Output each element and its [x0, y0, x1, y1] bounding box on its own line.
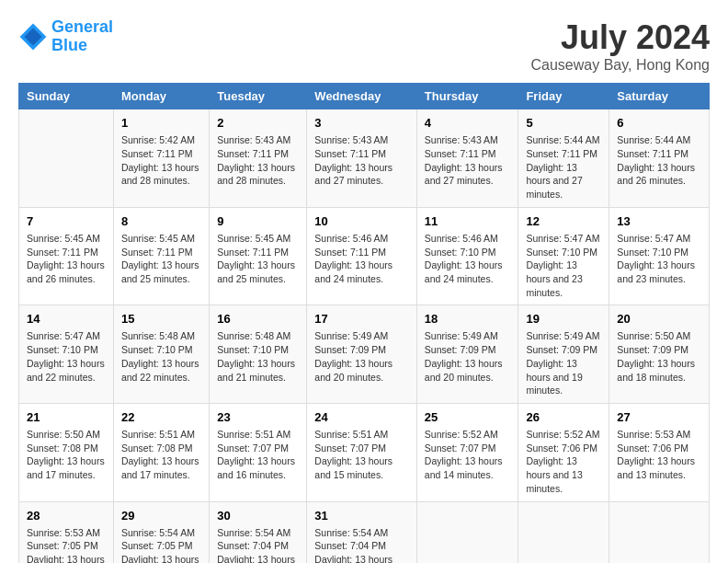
day-info: Sunrise: 5:51 AMSunset: 7:08 PMDaylight:… [121, 428, 201, 482]
day-number: 1 [121, 115, 201, 132]
calendar-cell: 22Sunrise: 5:51 AMSunset: 7:08 PMDayligh… [113, 403, 209, 501]
day-number: 17 [314, 311, 409, 327]
subtitle: Causeway Bay, Hong Kong [531, 57, 710, 74]
calendar-cell: 18Sunrise: 5:49 AMSunset: 7:09 PMDayligh… [416, 305, 518, 404]
logo-line1: General [51, 17, 113, 36]
calendar-cell: 19Sunrise: 5:49 AMSunset: 7:09 PMDayligh… [518, 305, 609, 404]
day-info: Sunrise: 5:49 AMSunset: 7:09 PMDaylight:… [425, 329, 511, 384]
calendar-cell: 20Sunrise: 5:50 AMSunset: 7:09 PMDayligh… [609, 305, 710, 404]
day-info: Sunrise: 5:48 AMSunset: 7:10 PMDaylight:… [217, 329, 299, 384]
calendar-cell: 9Sunrise: 5:45 AMSunset: 7:11 PMDaylight… [210, 207, 307, 305]
calendar-cell: 24Sunrise: 5:51 AMSunset: 7:07 PMDayligh… [307, 403, 417, 501]
day-number: 20 [617, 311, 701, 327]
calendar-cell: 2Sunrise: 5:43 AMSunset: 7:11 PMDaylight… [210, 109, 307, 208]
week-row-2: 7Sunrise: 5:45 AMSunset: 7:11 PMDaylight… [19, 207, 710, 305]
calendar-table: SundayMondayTuesdayWednesdayThursdayFrid… [18, 83, 710, 563]
day-number: 5 [526, 115, 601, 132]
calendar-cell: 13Sunrise: 5:47 AMSunset: 7:10 PMDayligh… [609, 207, 710, 305]
calendar-cell: 6Sunrise: 5:44 AMSunset: 7:11 PMDaylight… [609, 109, 710, 208]
column-header-thursday: Thursday [416, 84, 518, 109]
day-info: Sunrise: 5:49 AMSunset: 7:09 PMDaylight:… [526, 329, 601, 396]
day-number: 13 [617, 213, 701, 230]
day-info: Sunrise: 5:49 AMSunset: 7:09 PMDaylight:… [314, 329, 409, 384]
day-number: 11 [425, 213, 511, 230]
day-number: 27 [617, 409, 701, 426]
day-number: 28 [27, 508, 106, 524]
day-number: 24 [314, 409, 409, 426]
calendar-cell: 7Sunrise: 5:45 AMSunset: 7:11 PMDaylight… [19, 207, 114, 305]
calendar-cell: 10Sunrise: 5:46 AMSunset: 7:11 PMDayligh… [307, 207, 417, 305]
calendar-cell [609, 501, 710, 563]
day-info: Sunrise: 5:48 AMSunset: 7:10 PMDaylight:… [121, 329, 201, 384]
day-info: Sunrise: 5:47 AMSunset: 7:10 PMDaylight:… [617, 232, 701, 286]
week-row-3: 14Sunrise: 5:47 AMSunset: 7:10 PMDayligh… [19, 305, 710, 404]
day-number: 2 [217, 115, 299, 132]
column-header-saturday: Saturday [609, 84, 710, 109]
day-info: Sunrise: 5:45 AMSunset: 7:11 PMDaylight:… [121, 232, 201, 286]
day-number: 30 [217, 508, 299, 524]
day-info: Sunrise: 5:50 AMSunset: 7:09 PMDaylight:… [617, 329, 701, 384]
calendar-cell: 16Sunrise: 5:48 AMSunset: 7:10 PMDayligh… [210, 305, 307, 404]
column-header-sunday: Sunday [19, 84, 114, 109]
day-info: Sunrise: 5:44 AMSunset: 7:11 PMDaylight:… [526, 133, 601, 201]
calendar-cell [518, 501, 609, 563]
calendar-cell: 1Sunrise: 5:42 AMSunset: 7:11 PMDaylight… [113, 109, 209, 208]
calendar-cell: 30Sunrise: 5:54 AMSunset: 7:04 PMDayligh… [210, 501, 307, 563]
day-number: 10 [314, 213, 409, 230]
day-info: Sunrise: 5:50 AMSunset: 7:08 PMDaylight:… [27, 428, 106, 482]
logo-icon [18, 22, 48, 52]
day-number: 19 [526, 311, 601, 327]
day-number: 31 [314, 508, 409, 524]
day-info: Sunrise: 5:46 AMSunset: 7:10 PMDaylight:… [425, 232, 511, 286]
calendar-cell: 4Sunrise: 5:43 AMSunset: 7:11 PMDaylight… [416, 109, 518, 208]
day-info: Sunrise: 5:47 AMSunset: 7:10 PMDaylight:… [526, 232, 601, 299]
calendar-cell: 25Sunrise: 5:52 AMSunset: 7:07 PMDayligh… [416, 403, 518, 501]
day-number: 6 [617, 115, 701, 132]
day-info: Sunrise: 5:54 AMSunset: 7:04 PMDaylight:… [314, 526, 409, 563]
day-number: 8 [121, 213, 201, 230]
day-number: 3 [314, 115, 409, 132]
day-info: Sunrise: 5:45 AMSunset: 7:11 PMDaylight:… [217, 232, 299, 286]
day-number: 4 [425, 115, 511, 132]
calendar-cell: 29Sunrise: 5:54 AMSunset: 7:05 PMDayligh… [113, 501, 209, 563]
day-info: Sunrise: 5:51 AMSunset: 7:07 PMDaylight:… [217, 428, 299, 482]
header-row: SundayMondayTuesdayWednesdayThursdayFrid… [19, 84, 710, 109]
day-number: 29 [121, 508, 201, 524]
calendar-cell: 28Sunrise: 5:53 AMSunset: 7:05 PMDayligh… [19, 501, 114, 563]
title-area: July 2024 Causeway Bay, Hong Kong [531, 18, 710, 74]
calendar-cell: 26Sunrise: 5:52 AMSunset: 7:06 PMDayligh… [518, 403, 609, 501]
day-number: 15 [121, 311, 201, 327]
day-number: 25 [425, 409, 511, 426]
day-info: Sunrise: 5:47 AMSunset: 7:10 PMDaylight:… [27, 329, 106, 384]
week-row-1: 1Sunrise: 5:42 AMSunset: 7:11 PMDaylight… [19, 109, 710, 208]
calendar-cell: 3Sunrise: 5:43 AMSunset: 7:11 PMDaylight… [307, 109, 417, 208]
day-info: Sunrise: 5:43 AMSunset: 7:11 PMDaylight:… [425, 133, 511, 188]
day-number: 23 [217, 409, 299, 426]
calendar-cell: 17Sunrise: 5:49 AMSunset: 7:09 PMDayligh… [307, 305, 417, 404]
calendar-cell: 11Sunrise: 5:46 AMSunset: 7:10 PMDayligh… [416, 207, 518, 305]
header: General Blue July 2024 Causeway Bay, Hon… [18, 18, 710, 74]
day-info: Sunrise: 5:52 AMSunset: 7:07 PMDaylight:… [425, 428, 511, 482]
day-number: 14 [27, 311, 106, 327]
day-info: Sunrise: 5:51 AMSunset: 7:07 PMDaylight:… [314, 428, 409, 482]
calendar-cell: 12Sunrise: 5:47 AMSunset: 7:10 PMDayligh… [518, 207, 609, 305]
day-info: Sunrise: 5:44 AMSunset: 7:11 PMDaylight:… [617, 133, 701, 188]
day-info: Sunrise: 5:52 AMSunset: 7:06 PMDaylight:… [526, 428, 601, 495]
day-number: 26 [526, 409, 601, 426]
day-info: Sunrise: 5:46 AMSunset: 7:11 PMDaylight:… [314, 232, 409, 286]
day-number: 18 [425, 311, 511, 327]
calendar-cell: 21Sunrise: 5:50 AMSunset: 7:08 PMDayligh… [19, 403, 114, 501]
calendar-cell: 5Sunrise: 5:44 AMSunset: 7:11 PMDaylight… [518, 109, 609, 208]
week-row-5: 28Sunrise: 5:53 AMSunset: 7:05 PMDayligh… [19, 501, 710, 563]
calendar-cell [416, 501, 518, 563]
day-number: 12 [526, 213, 601, 230]
logo: General Blue [18, 18, 113, 55]
calendar-cell: 31Sunrise: 5:54 AMSunset: 7:04 PMDayligh… [307, 501, 417, 563]
calendar-cell [19, 109, 114, 208]
day-number: 21 [27, 409, 106, 426]
logo-text: General Blue [51, 18, 113, 55]
day-number: 16 [217, 311, 299, 327]
logo-line2: Blue [51, 36, 87, 54]
day-number: 7 [27, 213, 106, 230]
day-info: Sunrise: 5:54 AMSunset: 7:05 PMDaylight:… [121, 526, 201, 563]
